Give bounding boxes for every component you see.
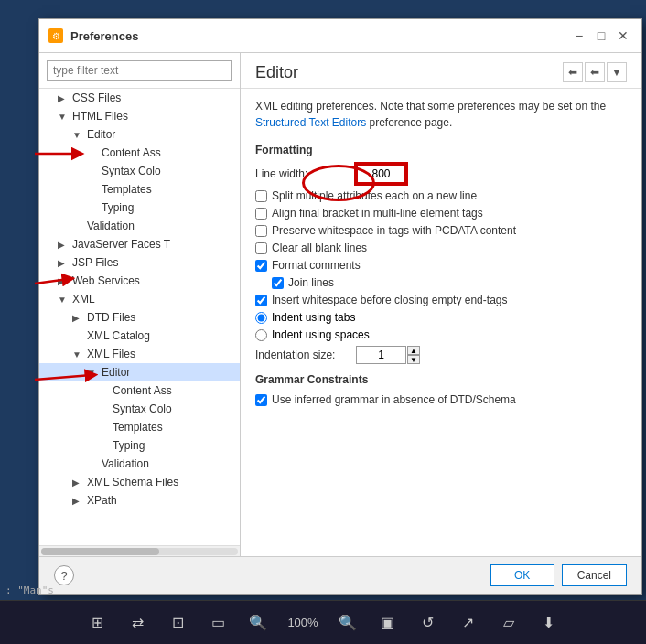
tree-item-xml-validation[interactable]: Validation [39,455,240,473]
nav-back-button[interactable]: ⬅ [563,62,583,82]
tree-item-xml-catalog[interactable]: XML Catalog [39,327,240,345]
nav-menu-button[interactable]: ▼ [607,62,627,82]
line-width-label: Line width: [255,167,356,180]
tree-item-html-syntax[interactable]: Syntax Colo [39,162,240,180]
taskbar-icon-2[interactable]: ⇄ [126,612,148,634]
filter-input[interactable] [47,60,232,80]
indent-tabs-radio[interactable] [255,312,267,324]
tree-item-xml-schema[interactable]: ▶ XML Schema Files [39,473,240,491]
dialog-footer: ? OK Cancel [39,556,641,594]
editor-title: Editor [255,63,298,82]
nav-fwd-button[interactable]: ⬅ [585,62,605,82]
minimize-button[interactable]: − [570,27,588,45]
taskbar-icon-6[interactable]: ↺ [417,612,439,634]
split-checkbox[interactable] [255,190,267,202]
status-label: : "Man"s [5,585,54,596]
toggle-css: ▶ [58,93,72,103]
grammar-label: Use inferred grammar in absence of DTD/S… [272,393,516,406]
tree-item-web-services[interactable]: ▶ Web Services [39,272,240,290]
taskbar-icon-8[interactable]: ▱ [498,612,520,634]
line-width-input[interactable] [356,164,406,184]
grammar-checkbox-row: Use inferred grammar in absence of DTD/S… [255,393,627,406]
tree-item-xml-syntax[interactable]: Syntax Colo [39,400,240,418]
title-controls: − □ ✕ [570,27,632,45]
tree-label-xml-validation: Validation [102,457,149,470]
split-label: Split multiple attributes each on a new … [272,189,477,202]
tree-label-html-editor: Editor [87,128,115,141]
tree-item-html-typing[interactable]: Typing [39,199,240,217]
taskbar-icon-3[interactable]: ⊡ [167,612,188,634]
tree-hscroll-thumb[interactable] [41,548,159,555]
tree-item-xml-typing[interactable]: Typing [39,436,240,455]
taskbar-icon-4[interactable]: ▭ [207,612,229,634]
clear-label: Clear all blank lines [272,242,367,254]
tree-label-xml-catalog: XML Catalog [87,329,150,342]
preserve-checkbox[interactable] [255,225,267,237]
tree-label-html-content: Content Ass [102,146,161,159]
tree-item-xml-editor[interactable]: ▼ Editor [39,363,240,381]
grammar-checkbox[interactable] [255,394,267,406]
tree-label-jsf: JavaServer Faces T [72,238,170,251]
desc-text1: XML editing preferences. Note that some … [255,100,606,113]
indent-spaces-radio[interactable] [255,329,267,341]
tree-item-html-content[interactable]: Content Ass [39,144,240,162]
preserve-label: Preserve whitespace in tags with PCDATA … [272,224,516,237]
line-width-row: Line width: [255,164,627,184]
insert-whitespace-checkbox[interactable] [255,295,267,306]
taskbar-icon-7[interactable]: ↗ [458,612,479,634]
maximize-button[interactable]: □ [592,27,610,45]
align-checkbox[interactable] [255,208,267,220]
indent-spaces-label: Indent using spaces [272,328,370,341]
insert-whitespace-label: Insert whitespace before closing empty e… [272,294,507,306]
taskbar-zoom-in[interactable]: 🔍 [337,612,359,634]
tree-item-dtd[interactable]: ▶ DTD Files [39,308,240,327]
tree-label-xml-syntax: Syntax Colo [113,402,172,415]
cancel-button[interactable]: Cancel [562,564,627,586]
spinner-up[interactable]: ▲ [407,346,420,355]
tree-label-jsp: JSP Files [72,256,118,269]
tree-wrapper: ▶ CSS Files ▼ HTML Files [39,89,240,545]
taskbar-icon-9[interactable]: ⬇ [538,612,560,634]
format-checkbox[interactable] [255,260,267,272]
tree-item-html-templates[interactable]: Templates [39,180,240,199]
tree-item-xml-templates[interactable]: Templates [39,418,240,436]
grammar-title: Grammar Constraints [255,373,627,386]
tree-item-html-files[interactable]: ▼ HTML Files [39,107,240,125]
footer-right: OK Cancel [490,564,627,586]
taskbar-icon-5[interactable]: ▣ [377,612,399,634]
grammar-section: Grammar Constraints Use inferred grammar… [255,373,627,406]
tree-hscrollbar[interactable] [39,545,240,556]
taskbar-icon-1[interactable]: ⊞ [86,612,108,634]
toggle-html: ▼ [58,112,72,122]
tree-item-xml[interactable]: ▼ XML [39,290,240,308]
tree-label-html-templates: Templates [102,183,152,196]
tree-label-dtd: DTD Files [87,311,135,324]
indent-tabs-label: Indent using tabs [272,311,355,324]
tree-item-jsp[interactable]: ▶ JSP Files [39,253,240,272]
join-lines-checkbox[interactable] [272,277,284,289]
tree-item-xpath[interactable]: ▶ XPath [39,491,240,510]
spinner-down[interactable]: ▼ [407,355,420,364]
ok-button[interactable]: OK [490,564,554,586]
toggle-html-content [87,148,102,158]
taskbar-zoom-level: 100% [287,616,318,629]
structured-text-link[interactable]: Structured Text Editors [255,116,366,129]
status-text: : "Man"s [0,583,59,598]
indentation-size-input[interactable] [356,346,406,364]
tree-item-xml-content[interactable]: Content Ass [39,381,240,400]
tree-label-xml-editor: Editor [102,366,130,379]
taskbar-zoom-out[interactable]: 🔍 [247,612,269,634]
tree-item-jsf[interactable]: ▶ JavaServer Faces T [39,235,240,253]
tree-item-html-validation[interactable]: Validation [39,217,240,235]
editor-description: XML editing preferences. Note that some … [255,98,627,131]
left-panel: ▶ CSS Files ▼ HTML Files [39,53,241,556]
clear-checkbox[interactable] [255,242,267,254]
close-button[interactable]: ✕ [614,27,632,45]
tree-item-css-files[interactable]: ▶ CSS Files [39,89,240,107]
tree[interactable]: ▶ CSS Files ▼ HTML Files [39,89,240,545]
tree-label-web-services: Web Services [72,274,140,287]
join-lines-label: Join lines [288,276,334,289]
tree-item-html-editor[interactable]: ▼ Editor [39,125,240,144]
tree-item-xml-files[interactable]: ▼ XML Files [39,345,240,363]
right-header: Editor ⬅ ⬅ ▼ [241,53,641,89]
